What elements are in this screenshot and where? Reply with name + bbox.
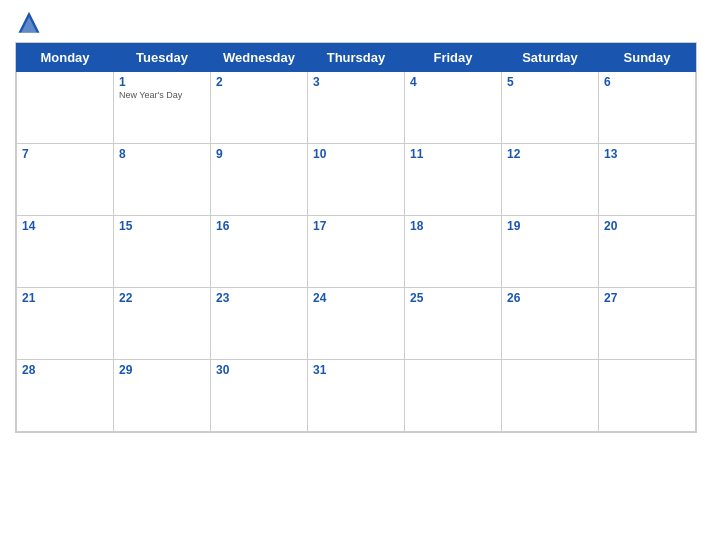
logo-icon	[15, 10, 43, 38]
calendar-cell: 1New Year's Day	[114, 72, 211, 144]
day-number: 29	[119, 363, 205, 377]
day-number: 15	[119, 219, 205, 233]
day-number: 3	[313, 75, 399, 89]
weekday-header: Sunday	[599, 44, 696, 72]
calendar-cell: 11	[405, 144, 502, 216]
calendar-cell: 9	[211, 144, 308, 216]
page-header	[15, 10, 697, 38]
calendar-cell: 6	[599, 72, 696, 144]
day-number: 5	[507, 75, 593, 89]
day-number: 14	[22, 219, 108, 233]
weekday-header: Friday	[405, 44, 502, 72]
calendar-cell: 19	[502, 216, 599, 288]
day-number: 10	[313, 147, 399, 161]
calendar-cell: 28	[17, 360, 114, 432]
calendar-header: MondayTuesdayWednesdayThursdayFridaySatu…	[17, 44, 696, 72]
calendar-week-row: 28293031	[17, 360, 696, 432]
calendar-cell: 17	[308, 216, 405, 288]
day-number: 26	[507, 291, 593, 305]
day-number: 23	[216, 291, 302, 305]
day-number: 25	[410, 291, 496, 305]
calendar-cell: 25	[405, 288, 502, 360]
holiday-label: New Year's Day	[119, 90, 205, 101]
calendar-week-row: 78910111213	[17, 144, 696, 216]
day-number: 18	[410, 219, 496, 233]
weekday-header: Thursday	[308, 44, 405, 72]
day-number: 21	[22, 291, 108, 305]
day-number: 31	[313, 363, 399, 377]
calendar-cell: 20	[599, 216, 696, 288]
logo	[15, 10, 51, 38]
day-number: 28	[22, 363, 108, 377]
calendar-cell: 22	[114, 288, 211, 360]
calendar-cell: 12	[502, 144, 599, 216]
day-number: 20	[604, 219, 690, 233]
day-number: 13	[604, 147, 690, 161]
day-number: 1	[119, 75, 205, 89]
calendar-cell: 18	[405, 216, 502, 288]
day-number: 22	[119, 291, 205, 305]
weekday-header: Wednesday	[211, 44, 308, 72]
calendar-cell: 3	[308, 72, 405, 144]
day-number: 30	[216, 363, 302, 377]
calendar-cell: 5	[502, 72, 599, 144]
calendar-cell: 30	[211, 360, 308, 432]
calendar-cell: 10	[308, 144, 405, 216]
calendar-cell	[17, 72, 114, 144]
day-number: 8	[119, 147, 205, 161]
calendar-cell: 27	[599, 288, 696, 360]
weekday-header: Monday	[17, 44, 114, 72]
calendar-cell: 14	[17, 216, 114, 288]
calendar-cell: 31	[308, 360, 405, 432]
calendar-cell: 24	[308, 288, 405, 360]
day-number: 24	[313, 291, 399, 305]
calendar-cell: 2	[211, 72, 308, 144]
day-number: 9	[216, 147, 302, 161]
day-number: 4	[410, 75, 496, 89]
weekday-header: Tuesday	[114, 44, 211, 72]
calendar-cell: 23	[211, 288, 308, 360]
weekday-header: Saturday	[502, 44, 599, 72]
calendar-cell: 21	[17, 288, 114, 360]
calendar-cell: 16	[211, 216, 308, 288]
calendar-cell: 7	[17, 144, 114, 216]
day-number: 7	[22, 147, 108, 161]
calendar-week-row: 1New Year's Day23456	[17, 72, 696, 144]
day-number: 11	[410, 147, 496, 161]
calendar: MondayTuesdayWednesdayThursdayFridaySatu…	[15, 42, 697, 433]
calendar-cell: 8	[114, 144, 211, 216]
calendar-week-row: 21222324252627	[17, 288, 696, 360]
calendar-week-row: 14151617181920	[17, 216, 696, 288]
calendar-cell: 26	[502, 288, 599, 360]
day-number: 12	[507, 147, 593, 161]
day-number: 19	[507, 219, 593, 233]
calendar-cell: 4	[405, 72, 502, 144]
day-number: 6	[604, 75, 690, 89]
calendar-cell	[599, 360, 696, 432]
calendar-cell: 29	[114, 360, 211, 432]
calendar-cell	[502, 360, 599, 432]
day-number: 27	[604, 291, 690, 305]
day-number: 2	[216, 75, 302, 89]
day-number: 16	[216, 219, 302, 233]
calendar-cell: 15	[114, 216, 211, 288]
day-number: 17	[313, 219, 399, 233]
calendar-cell: 13	[599, 144, 696, 216]
calendar-cell	[405, 360, 502, 432]
